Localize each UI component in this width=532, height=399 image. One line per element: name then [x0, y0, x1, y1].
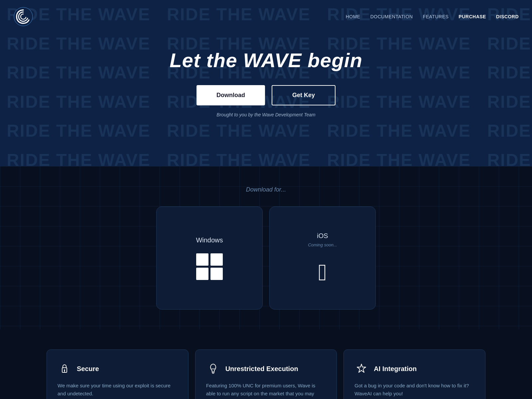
windows-platform-card[interactable]: Windows [156, 206, 263, 310]
windows-icon [196, 253, 223, 280]
hero-title: Let the WAVE begin [170, 49, 362, 72]
feature-header-ai: AI Integration [354, 362, 474, 376]
svg-marker-4 [357, 364, 366, 372]
nav-features[interactable]: FEATURES [423, 14, 449, 19]
feature-card-secure: Secure We make sure your time using our … [47, 349, 189, 399]
secure-icon [58, 362, 71, 376]
windows-icon-q2 [210, 253, 223, 266]
feature-title-execution: Unrestricted Execution [225, 365, 298, 373]
features-section: Secure We make sure your time using our … [0, 330, 532, 399]
hero-subtitle: Brought to you by the Wave Development T… [170, 112, 362, 117]
feature-card-execution: Unrestricted Execution Featuring 100% UN… [195, 349, 337, 399]
feature-card-ai: AI Integration Got a bug in your code an… [343, 349, 485, 399]
windows-icon-q3 [196, 268, 208, 280]
execution-icon [206, 362, 220, 376]
nav-purchase[interactable]: PURCHASE [459, 14, 486, 19]
ios-platform-name: iOS [317, 232, 328, 240]
feature-header-execution: Unrestricted Execution [206, 362, 326, 376]
navigation: HOME DOCUMENTATION FEATURES PURCHASE DIS… [0, 0, 532, 33]
feature-header-secure: Secure [58, 362, 178, 376]
hero-buttons: Download Get Key [170, 85, 362, 105]
feature-desc-secure: We make sure your time using our exploit… [58, 382, 178, 398]
nav-documentation[interactable]: DOCUMENTATION [370, 14, 413, 19]
logo[interactable] [13, 7, 33, 27]
hero-content: Let the WAVE begin Download Get Key Brou… [170, 49, 362, 117]
download-section: Download for... Windows iOS Coming soon.… [0, 166, 532, 330]
apple-icon:  [318, 261, 327, 284]
ios-coming-soon: Coming soon... [308, 242, 337, 247]
download-button[interactable]: Download [197, 85, 265, 105]
features-grid: Secure We make sure your time using our … [47, 349, 485, 399]
ai-icon [354, 362, 368, 376]
feature-desc-ai: Got a bug in your code and don't know ho… [354, 382, 474, 398]
download-for-label: Download for... [13, 186, 519, 193]
nav-home[interactable]: HOME [346, 14, 360, 19]
get-key-button[interactable]: Get Key [272, 85, 335, 105]
windows-icon-q4 [210, 268, 223, 280]
hero-section: RIDE THE WAVE RIDE THE WAVE RIDE THE WAV… [0, 0, 532, 166]
windows-icon-q1 [196, 253, 208, 266]
platform-cards: Windows iOS Coming soon...  [13, 206, 519, 310]
windows-platform-name: Windows [196, 236, 223, 244]
nav-discord[interactable]: DISCORD [496, 14, 519, 19]
feature-title-secure: Secure [77, 365, 99, 373]
nav-links: HOME DOCUMENTATION FEATURES PURCHASE DIS… [346, 14, 519, 19]
feature-title-ai: AI Integration [374, 365, 417, 373]
ios-platform-card[interactable]: iOS Coming soon...  [269, 206, 376, 310]
feature-desc-execution: Featuring 100% UNC for premium users, Wa… [206, 382, 326, 399]
